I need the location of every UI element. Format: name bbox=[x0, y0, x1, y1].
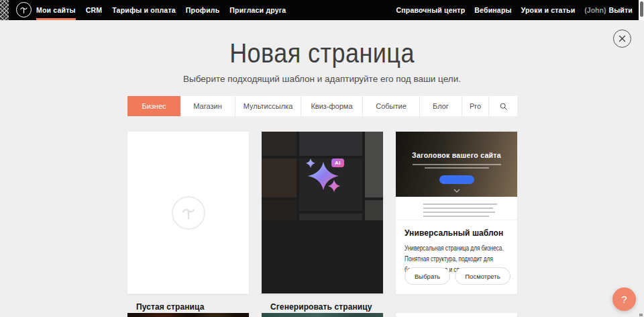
page-subtitle: Выберите подходящий шаблон и адаптируйте… bbox=[0, 74, 644, 84]
template-category-tabs: Бизнес Магазин Мультиссылка Квиз-форма С… bbox=[127, 96, 517, 116]
scrollbar-track[interactable] bbox=[639, 0, 644, 20]
nav-item-help-center[interactable]: Справочный центр bbox=[396, 0, 465, 20]
card-title: Сгенерировать страницу bbox=[270, 302, 374, 312]
nav-item-webinars[interactable]: Вебинары bbox=[474, 0, 511, 20]
nav-item-profile[interactable]: Профиль bbox=[186, 0, 220, 20]
blank-page-preview[interactable] bbox=[127, 132, 249, 294]
tilda-logo-icon bbox=[18, 4, 30, 15]
preview-heading: Заголовок вашего сайта bbox=[396, 151, 517, 159]
nav-item-lessons[interactable]: Уроки и статьи bbox=[521, 0, 576, 20]
preview-text-line bbox=[425, 167, 489, 169]
ai-badge: AI bbox=[331, 158, 344, 167]
nav-item-invite-friend[interactable]: Пригласи друга bbox=[229, 0, 286, 20]
help-button[interactable]: ? bbox=[612, 287, 636, 311]
nav-item-my-sites[interactable]: Мои сайты bbox=[36, 0, 76, 20]
preview-text-line bbox=[413, 164, 501, 165]
card-title: Универсальный шаблон bbox=[405, 228, 508, 238]
ai-sparkle-icon bbox=[262, 132, 383, 220]
tab-multilink[interactable]: Мультиссылка bbox=[235, 96, 301, 116]
tab-store[interactable]: Магазин bbox=[180, 96, 235, 116]
screen: Мои сайты CRM Тарифы и оплата Профиль Пр… bbox=[0, 0, 644, 317]
top-navbar: Мои сайты CRM Тарифы и оплата Профиль Пр… bbox=[0, 0, 644, 20]
ai-generate-preview[interactable]: AI bbox=[262, 132, 383, 294]
tilda-logo[interactable] bbox=[16, 2, 32, 17]
user-name: (John) bbox=[584, 6, 606, 14]
scrollbar-bottom-mark bbox=[639, 314, 643, 316]
template-card-partial-2[interactable] bbox=[262, 313, 383, 317]
preview-text-line bbox=[423, 216, 489, 217]
preview-text-line bbox=[423, 203, 497, 205]
logout-link[interactable]: Выйти bbox=[608, 0, 633, 20]
card-title: Пустая страница bbox=[136, 302, 240, 312]
scrollbar-thumb[interactable] bbox=[640, 1, 643, 17]
tab-business[interactable]: Бизнес bbox=[127, 96, 180, 116]
secondary-menu: Справочный центр Вебинары Уроки и статьи… bbox=[396, 0, 633, 20]
preview-text-line bbox=[423, 212, 495, 213]
template-card-ai-generate: AI Сгенерировать страницу Создать страни… bbox=[262, 132, 383, 294]
tab-search[interactable] bbox=[489, 96, 517, 116]
tab-event[interactable]: Событие bbox=[363, 96, 420, 116]
universal-template-preview[interactable]: Заголовок вашего сайта bbox=[396, 132, 517, 220]
search-icon bbox=[499, 102, 508, 111]
user-session: (John) Выйти bbox=[584, 0, 633, 20]
template-card-partial-1[interactable] bbox=[127, 313, 249, 317]
main-menu: Мои сайты CRM Тарифы и оплата Профиль Пр… bbox=[36, 0, 286, 20]
close-dialog-button[interactable] bbox=[613, 30, 631, 48]
chevron-down-icon bbox=[453, 189, 460, 193]
preview-text-line bbox=[423, 208, 493, 209]
template-card-partial-3[interactable] bbox=[396, 313, 517, 317]
tilda-watermark-icon bbox=[172, 196, 205, 230]
template-card-universal: Заголовок вашего сайта Универсальный шаб… bbox=[396, 132, 517, 294]
select-universal-button[interactable]: Выбрать bbox=[405, 267, 450, 285]
close-icon bbox=[619, 35, 626, 42]
tab-pro[interactable]: Pro bbox=[462, 96, 489, 116]
preview-hero: Заголовок вашего сайта bbox=[396, 132, 517, 197]
tab-blog[interactable]: Блог bbox=[420, 96, 462, 116]
page-title: Новая страница bbox=[32, 38, 612, 69]
card-body: Универсальный шаблон Универсальная стран… bbox=[396, 220, 517, 293]
nav-item-crm[interactable]: CRM bbox=[86, 0, 103, 20]
template-card-blank-page: Пустая страница Начать с чистого листа. … bbox=[127, 132, 249, 294]
tab-quiz-form[interactable]: Квиз-форма bbox=[301, 96, 363, 116]
card-actions: Выбрать Посмотреть bbox=[405, 267, 511, 285]
nav-item-tariffs[interactable]: Тарифы и оплата bbox=[112, 0, 176, 20]
preview-paragraph bbox=[396, 197, 517, 220]
preview-universal-button[interactable]: Посмотреть bbox=[455, 267, 510, 285]
preview-cta-button bbox=[439, 175, 474, 184]
window-edge-pattern bbox=[0, 0, 9, 20]
